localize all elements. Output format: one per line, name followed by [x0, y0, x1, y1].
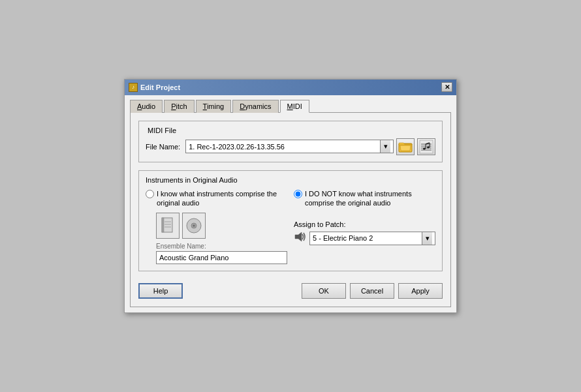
- title-bar: ♪ Edit Project ✕: [125, 80, 456, 95]
- file-name-value: 1. Rec-1-2023.02.26-13.35.56: [189, 143, 380, 151]
- file-name-label: File Name:: [146, 143, 180, 151]
- instruments-left: I know what instruments comprise the ori…: [146, 189, 287, 265]
- dialog-edit-project: ♪ Edit Project ✕ AAudioudio Pitch Timing…: [124, 79, 457, 314]
- title-bar-left: ♪ Edit Project: [129, 83, 180, 92]
- patch-combo[interactable]: 5 - Electric Piano 2 ▾: [309, 232, 435, 245]
- instruments-inner: I know what instruments comprise the ori…: [146, 189, 435, 265]
- book-icon-btn[interactable]: [156, 213, 180, 239]
- svg-point-18: [193, 225, 195, 227]
- svg-marker-19: [295, 232, 302, 241]
- music-notation-icon: [419, 140, 433, 154]
- folder-icon: [398, 140, 413, 153]
- svg-rect-1: [420, 140, 433, 153]
- midi-file-group-title: MIDI File: [146, 127, 435, 134]
- patch-dropdown-arrow[interactable]: ▾: [422, 232, 432, 245]
- app-icon: ♪: [129, 83, 138, 92]
- assign-patch-label: Assign to Patch:: [294, 220, 435, 228]
- radio-know-label: I know what instruments comprise the ori…: [157, 189, 287, 208]
- tab-dynamics[interactable]: Dynamics: [232, 100, 278, 113]
- assign-patch-row: 5 - Electric Piano 2 ▾: [294, 231, 435, 245]
- assign-patch-section: Assign to Patch:: [294, 220, 435, 245]
- file-name-combo[interactable]: 1. Rec-1-2023.02.26-13.35.56 ▾: [185, 140, 394, 153]
- radio-dont-know-row: I DO NOT know what instruments comprise …: [294, 189, 435, 208]
- svg-rect-12: [162, 218, 164, 232]
- dialog-content: AAudioudio Pitch Timing Dynamics MIDI MI…: [125, 95, 456, 313]
- tab-bar: AAudioudio Pitch Timing Dynamics MIDI: [130, 99, 451, 113]
- file-name-row: File Name: 1. Rec-1-2023.02.26-13.35.56 …: [146, 138, 435, 155]
- open-folder-button[interactable]: [396, 138, 415, 155]
- close-button[interactable]: ✕: [441, 82, 452, 92]
- view-midi-button[interactable]: [417, 138, 435, 155]
- cancel-button[interactable]: Cancel: [350, 283, 394, 299]
- dialog-title: Edit Project: [140, 83, 180, 91]
- ensemble-name-input[interactable]: [156, 251, 287, 264]
- tab-timing[interactable]: Timing: [196, 100, 232, 113]
- instrument-icons: [156, 213, 287, 239]
- file-name-dropdown-arrow[interactable]: ▾: [380, 140, 390, 153]
- radio-know[interactable]: [146, 190, 154, 198]
- radio-dont-know-label: I DO NOT know what instruments comprise …: [305, 189, 435, 208]
- record-icon: [185, 217, 203, 235]
- ensemble-name-label: Ensemble Name:: [156, 243, 287, 250]
- record-icon-btn[interactable]: [182, 213, 206, 239]
- tab-pitch[interactable]: Pitch: [164, 100, 194, 113]
- book-icon: [160, 217, 176, 235]
- radio-know-row: I know what instruments comprise the ori…: [146, 189, 287, 208]
- midi-panel: MIDI File File Name: 1. Rec-1-2023.02.26…: [130, 113, 451, 308]
- midi-file-group: MIDI File File Name: 1. Rec-1-2023.02.26…: [138, 121, 443, 162]
- instruments-right: I DO NOT know what instruments comprise …: [287, 189, 435, 265]
- tab-midi[interactable]: MIDI: [280, 100, 309, 113]
- instruments-group-title: Instruments in Original Audio: [146, 176, 435, 184]
- tab-audio[interactable]: AAudioudio: [130, 100, 163, 113]
- patch-value: 5 - Electric Piano 2: [313, 234, 422, 242]
- help-button[interactable]: Help: [138, 283, 183, 299]
- radio-dont-know[interactable]: [294, 190, 302, 198]
- button-row: Help OK Cancel Apply: [138, 280, 443, 299]
- speaker-icon[interactable]: [294, 231, 307, 245]
- apply-button[interactable]: Apply: [398, 283, 443, 299]
- instruments-group: Instruments in Original Audio I know wha…: [138, 170, 443, 272]
- ok-button[interactable]: OK: [302, 283, 346, 299]
- right-buttons: OK Cancel Apply: [302, 283, 443, 299]
